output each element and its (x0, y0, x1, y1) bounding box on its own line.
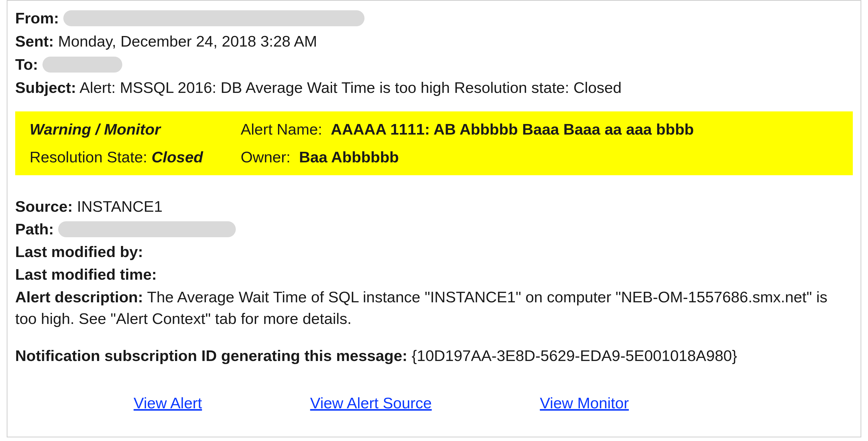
source-label: Source: (15, 198, 72, 215)
sent-value: Monday, December 24, 2018 3:28 AM (58, 33, 317, 50)
path-label: Path: (15, 220, 54, 238)
last-modified-by-label: Last modified by: (15, 243, 143, 260)
links-row: View Alert View Alert Source View Monito… (15, 392, 853, 414)
email-panel: From: Sent: Monday, December 24, 2018 3:… (7, 0, 861, 437)
to-label: To: (15, 56, 38, 73)
last-modified-time-label: Last modified time: (15, 266, 157, 283)
owner-value: Baa Abbbbbb (299, 149, 399, 166)
last-modified-time-line: Last modified time: (15, 264, 853, 285)
path-redacted (58, 221, 236, 237)
resolution-state-label: Resolution State: (30, 149, 147, 166)
to-line: To: (15, 54, 853, 75)
alert-description-label: Alert description: (15, 288, 143, 306)
to-redacted (42, 57, 122, 72)
source-line: Source: INSTANCE1 (15, 196, 853, 217)
sent-label: Sent: (15, 33, 54, 50)
view-alert-source-link[interactable]: View Alert Source (310, 392, 432, 414)
alert-name-value: AAAAA 1111: AB Abbbbb Baaa Baaa aa aaa b… (331, 121, 694, 138)
from-redacted (63, 10, 365, 26)
subject-line: Subject: Alert: MSSQL 2016: DB Average W… (15, 77, 853, 99)
subscription-value: {10D197AA-3E8D-5629-EDA9-5E001018A980} (412, 347, 737, 364)
from-line: From: (15, 7, 853, 29)
alert-highlight-box: Warning / Monitor Alert Name: AAAAA 1111… (15, 112, 853, 175)
from-label: From: (15, 9, 59, 27)
view-monitor-link[interactable]: View Monitor (540, 392, 629, 414)
last-modified-by-line: Last modified by: (15, 241, 853, 263)
source-value: INSTANCE1 (77, 198, 162, 215)
subject-label: Subject: (15, 79, 76, 96)
subscription-line: Notification subscription ID generating … (15, 345, 853, 367)
path-line: Path: (15, 218, 853, 240)
severity-value: Warning / Monitor (30, 121, 161, 138)
sent-line: Sent: Monday, December 24, 2018 3:28 AM (15, 31, 853, 52)
subject-value: Alert: MSSQL 2016: DB Average Wait Time … (80, 79, 621, 96)
subscription-label: Notification subscription ID generating … (15, 347, 407, 364)
alert-description-line: Alert description: The Average Wait Time… (15, 286, 853, 329)
view-alert-link[interactable]: View Alert (133, 392, 202, 414)
owner-label: Owner: (241, 149, 290, 166)
resolution-state-value: Closed (152, 149, 203, 166)
alert-name-label: Alert Name: (241, 121, 322, 138)
